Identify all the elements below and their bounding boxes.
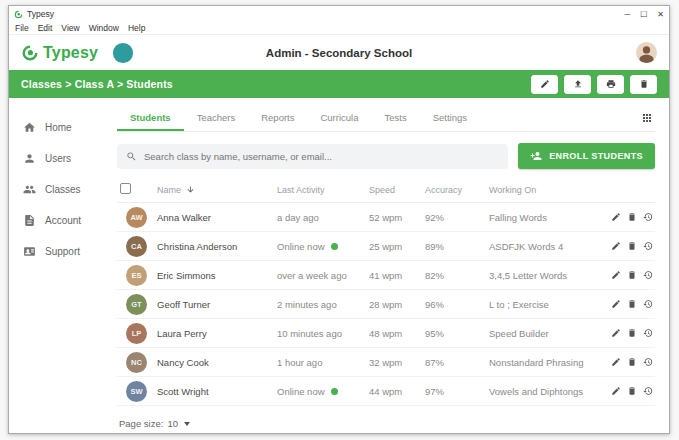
online-dot xyxy=(331,388,338,395)
tab-students[interactable]: Students xyxy=(117,104,184,131)
table-header: Name Last Activity Speed Accuracy Workin… xyxy=(117,177,655,203)
menu-view[interactable]: View xyxy=(61,23,79,33)
chevron-down-icon xyxy=(184,422,190,426)
student-name[interactable]: Eric Simmons xyxy=(157,270,277,281)
delete-icon[interactable] xyxy=(627,270,637,280)
delete-icon[interactable] xyxy=(627,299,637,309)
search-input[interactable] xyxy=(144,151,499,162)
sidebar-item-classes[interactable]: Classes xyxy=(9,174,101,205)
tab-tests[interactable]: Tests xyxy=(371,104,419,131)
page-size-label: Page size: xyxy=(119,418,163,429)
table-row[interactable]: GT Geoff Turner 2 minutes ago 28 wpm 96%… xyxy=(117,290,655,319)
history-icon[interactable] xyxy=(643,212,653,222)
page-size-select[interactable]: 10 xyxy=(167,418,190,429)
last-activity: Online now xyxy=(277,241,325,252)
page-size-value: 10 xyxy=(167,418,178,429)
print-button[interactable] xyxy=(597,75,624,94)
tab-reports[interactable]: Reports xyxy=(248,104,307,131)
avatar-initials: LP xyxy=(132,329,142,338)
student-name[interactable]: Scott Wright xyxy=(157,386,277,397)
accuracy-cell: 95% xyxy=(425,328,489,339)
student-name[interactable]: Anna Walker xyxy=(157,212,277,223)
table-row[interactable]: LP Laura Perry 10 minutes ago 48 wpm 95%… xyxy=(117,319,655,348)
menu-edit[interactable]: Edit xyxy=(38,23,53,33)
table-row[interactable]: ES Eric Simmons over a week ago 41 wpm 8… xyxy=(117,261,655,290)
working-on-cell: Vowels and Diphtongs xyxy=(489,386,593,397)
history-icon[interactable] xyxy=(643,299,653,309)
avatar-initials: NC xyxy=(131,358,142,367)
sidebar-item-support[interactable]: Support xyxy=(9,236,101,267)
delete-icon[interactable] xyxy=(627,241,637,251)
sort-desc-icon[interactable] xyxy=(186,185,195,194)
history-icon[interactable] xyxy=(643,270,653,280)
col-header-accuracy[interactable]: Accuracy xyxy=(425,185,489,195)
minimize-button[interactable]: ─ xyxy=(624,10,630,19)
working-on-cell: Speed Builder xyxy=(489,328,593,339)
maximize-button[interactable]: ☐ xyxy=(640,10,647,19)
col-header-name[interactable]: Name xyxy=(157,185,181,195)
menu-help[interactable]: Help xyxy=(128,23,145,33)
edit-icon[interactable] xyxy=(611,357,621,367)
body: Home Users Classes Account Support St xyxy=(9,98,669,433)
grid-view-icon[interactable] xyxy=(639,110,655,126)
edit-class-button[interactable] xyxy=(531,75,558,94)
select-all-checkbox[interactable] xyxy=(120,183,131,194)
close-button[interactable]: ✕ xyxy=(657,10,664,19)
delete-icon[interactable] xyxy=(627,386,637,396)
account-avatar[interactable] xyxy=(636,42,657,63)
tab-curricula[interactable]: Curricula xyxy=(307,104,371,131)
page-title: Admin - Secondary School xyxy=(266,47,412,59)
working-on-cell: ASDFJK Words 4 xyxy=(489,241,593,252)
enroll-students-label: ENROLL STUDENTS xyxy=(549,151,643,161)
student-name[interactable]: Geoff Turner xyxy=(157,299,277,310)
history-icon[interactable] xyxy=(643,357,653,367)
history-icon[interactable] xyxy=(643,386,653,396)
tab-settings[interactable]: Settings xyxy=(420,104,480,131)
edit-icon[interactable] xyxy=(611,270,621,280)
window-controls: ─ ☐ ✕ xyxy=(624,10,664,19)
avatar-initials: ES xyxy=(131,271,141,280)
speed-cell: 48 wpm xyxy=(369,328,425,339)
app-window: Typesy ─ ☐ ✕ File Edit View Window Help … xyxy=(8,5,670,434)
enroll-students-button[interactable]: ENROLL STUDENTS xyxy=(518,143,655,169)
col-header-working-on[interactable]: Working On xyxy=(489,185,593,195)
sidebar-item-home[interactable]: Home xyxy=(9,112,101,143)
student-name[interactable]: Nancy Cook xyxy=(157,357,277,368)
upload-button[interactable] xyxy=(564,75,591,94)
sidebar-item-account[interactable]: Account xyxy=(9,205,101,236)
edit-icon[interactable] xyxy=(611,386,621,396)
menu-window[interactable]: Window xyxy=(89,23,119,33)
delete-icon[interactable] xyxy=(627,357,637,367)
col-header-speed[interactable]: Speed xyxy=(369,185,425,195)
delete-class-button[interactable] xyxy=(630,75,657,94)
student-avatar: GT xyxy=(126,294,147,315)
history-icon[interactable] xyxy=(643,241,653,251)
table-row[interactable]: NC Nancy Cook 1 hour ago 32 wpm 87% Nons… xyxy=(117,348,655,377)
student-name[interactable]: Laura Perry xyxy=(157,328,277,339)
sidebar: Home Users Classes Account Support xyxy=(9,98,101,433)
accuracy-cell: 89% xyxy=(425,241,489,252)
student-avatar: CA xyxy=(126,236,147,257)
breadcrumb[interactable]: Classes > Class A > Students xyxy=(21,78,173,90)
edit-icon[interactable] xyxy=(611,328,621,338)
menu-file[interactable]: File xyxy=(15,23,29,33)
table-row[interactable]: AW Anna Walker a day ago 52 wpm 92% Fall… xyxy=(117,203,655,232)
edit-icon[interactable] xyxy=(611,241,621,251)
edit-icon[interactable] xyxy=(611,212,621,222)
speed-cell: 44 wpm xyxy=(369,386,425,397)
table-row[interactable]: SW Scott Wright Online now 44 wpm 97% Vo… xyxy=(117,377,655,406)
sidebar-item-users[interactable]: Users xyxy=(9,143,101,174)
online-dot xyxy=(331,243,338,250)
student-name[interactable]: Christina Anderson xyxy=(157,241,277,252)
delete-icon[interactable] xyxy=(627,212,637,222)
table-row[interactable]: CA Christina Anderson Online now 25 wpm … xyxy=(117,232,655,261)
col-header-last-activity[interactable]: Last Activity xyxy=(277,185,369,195)
history-icon[interactable] xyxy=(643,328,653,338)
working-on-cell: Nonstandard Phrasing xyxy=(489,357,593,368)
edit-icon[interactable] xyxy=(611,299,621,309)
avatar-initials: SW xyxy=(130,387,142,396)
delete-icon[interactable] xyxy=(627,328,637,338)
tab-teachers[interactable]: Teachers xyxy=(184,104,249,131)
document-icon xyxy=(23,214,36,227)
students-table: Name Last Activity Speed Accuracy Workin… xyxy=(117,173,655,406)
